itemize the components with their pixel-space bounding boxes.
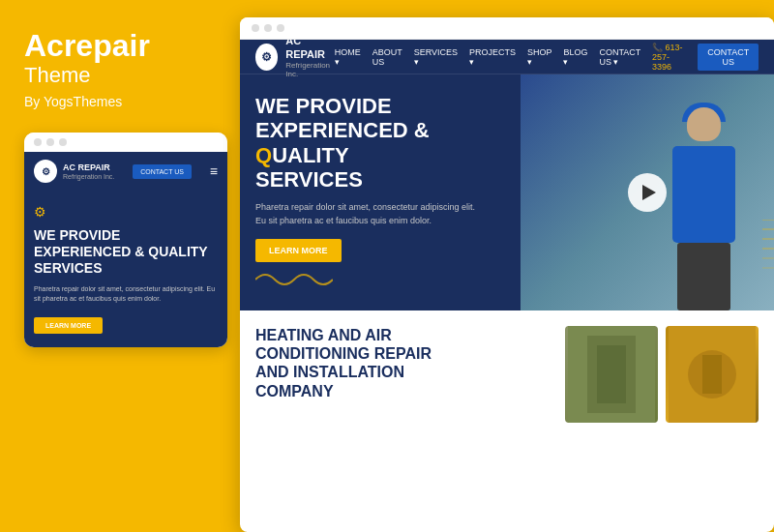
mobile-gear-icon: ⚙ <box>34 204 218 220</box>
tech-legs <box>677 243 730 310</box>
play-button[interactable] <box>628 173 667 212</box>
hero-wave-decoration <box>255 270 505 293</box>
bottom-images <box>565 326 759 485</box>
left-panel: Acrepair Theme By YogsThemes ⚙ AC REPAIR… <box>0 0 240 532</box>
desktop-nav: ⚙ AC REPAIR Refrigeration Inc. HOME ▾ AB… <box>240 40 774 74</box>
tech-torso <box>672 146 735 243</box>
theme-label: Theme <box>24 63 216 88</box>
tech-head <box>687 107 721 141</box>
nav-phone: 📞 613-257-3396 <box>652 43 686 72</box>
bottom-image-1 <box>565 326 658 423</box>
mobile-logo-text: AC REPAIR <box>63 163 114 173</box>
bottom-text-section: HEATING AND AIR CONDITIONING REPAIR AND … <box>255 326 553 485</box>
mobile-hero-title: WE PROVIDE EXPERIENCED & QUALITY SERVICE… <box>34 227 218 276</box>
hero-learn-button[interactable]: LEARN MORE <box>255 239 342 262</box>
play-triangle-icon <box>642 185 656 200</box>
hero-desc: Pharetra repair dolor sit amet, consecte… <box>255 201 488 227</box>
mobile-logo-sub: Refrigeration Inc. <box>63 173 114 180</box>
mobile-top-bar <box>24 133 227 152</box>
mobile-dot-2 <box>46 138 54 146</box>
theme-name: Acrepair <box>24 29 216 63</box>
desktop-contact-button[interactable]: CONTACT US <box>698 44 759 71</box>
bottom-title: HEATING AND AIR CONDITIONING REPAIR AND … <box>255 326 553 400</box>
hero-title: WE PROVIDE EXPERIENCED & QUALITY SERVICE… <box>255 94 505 192</box>
desktop-dot-3 <box>277 24 284 32</box>
desktop-bottom: HEATING AND AIR CONDITIONING REPAIR AND … <box>240 310 774 500</box>
mobile-contact-button[interactable]: CONTACT US <box>133 164 192 179</box>
nav-item-services[interactable]: SERVICES ▾ <box>414 47 458 67</box>
svg-rect-11 <box>702 355 722 394</box>
nav-item-blog[interactable]: BLOG ▾ <box>563 47 587 67</box>
desktop-logo-text-block: AC REPAIR Refrigeration Inc. <box>285 40 335 78</box>
desktop-mockup: ⚙ AC REPAIR Refrigeration Inc. HOME ▾ AB… <box>240 17 774 532</box>
hero-left: WE PROVIDE EXPERIENCED & QUALITY SERVICE… <box>240 74 521 310</box>
nav-item-about[interactable]: ABOUT US <box>372 47 402 67</box>
hero-right <box>521 74 774 310</box>
mobile-learn-button[interactable]: LEARN MORE <box>34 317 103 334</box>
diagonal-decoration <box>762 220 774 301</box>
hero-content-area: WE PROVIDE EXPERIENCED & QUALITY SERVICE… <box>240 74 774 310</box>
desktop-logo-area: ⚙ AC REPAIR Refrigeration Inc. <box>255 40 335 78</box>
nav-item-shop[interactable]: SHOP ▾ <box>527 47 551 67</box>
nav-item-projects[interactable]: PROJECTS ▾ <box>469 47 516 67</box>
desktop-nav-items: HOME ▾ ABOUT US SERVICES ▾ PROJECTS ▾ SH… <box>335 43 759 72</box>
mobile-logo-icon: ⚙ <box>34 160 57 183</box>
mobile-hero-text: Pharetra repair dolor sit amet, consecte… <box>34 284 218 305</box>
mobile-nav: ⚙ AC REPAIR Refrigeration Inc. CONTACT U… <box>24 152 227 191</box>
desktop-top-bar <box>240 17 774 40</box>
desktop-logo-text: AC REPAIR <box>285 40 335 61</box>
bottom-image-2 <box>666 326 759 423</box>
by-text: By YogsThemes <box>24 94 216 109</box>
nav-item-contact[interactable]: CONTACT US ▾ <box>599 47 640 67</box>
mobile-logo-area: ⚙ AC REPAIR Refrigeration Inc. <box>34 160 114 183</box>
desktop-hero: ⚙ AC REPAIR Refrigeration Inc. HOME ▾ AB… <box>240 40 774 310</box>
hamburger-icon[interactable]: ≡ <box>210 163 218 179</box>
desktop-logo-icon: ⚙ <box>255 44 278 71</box>
mobile-dot-3 <box>59 138 67 146</box>
desktop-dot-1 <box>252 24 259 32</box>
desktop-dot-2 <box>264 24 272 32</box>
mobile-dot-1 <box>34 138 42 146</box>
mobile-logo-text-block: AC REPAIR Refrigeration Inc. <box>63 163 114 180</box>
svg-rect-8 <box>597 345 626 403</box>
technician-figure <box>658 107 755 310</box>
mobile-hero: ⚙ WE PROVIDE EXPERIENCED & QUALITY SERVI… <box>24 191 227 346</box>
nav-item-home[interactable]: HOME ▾ <box>335 47 361 67</box>
mobile-mockup: ⚙ AC REPAIR Refrigeration Inc. CONTACT U… <box>24 133 227 346</box>
